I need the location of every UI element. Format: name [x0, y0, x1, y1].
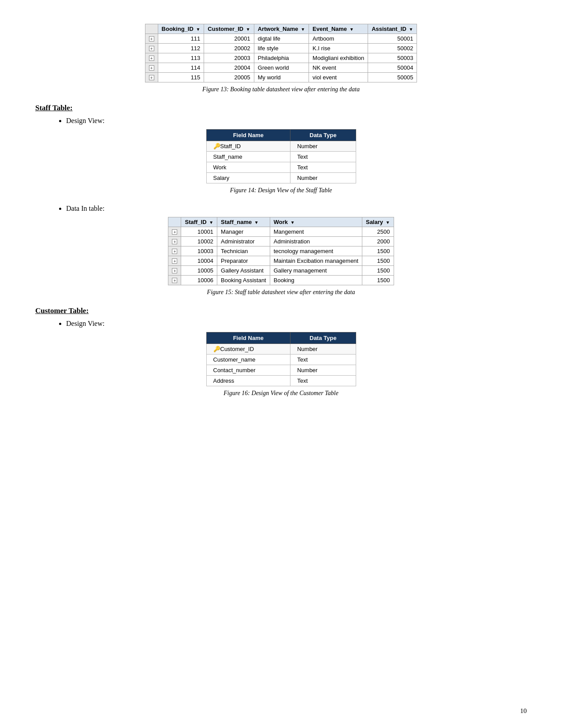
staff-expand-cell[interactable]: +: [168, 246, 181, 256]
customer-id-sort-icon[interactable]: ▼: [246, 27, 250, 32]
staff-name-cell: Technician: [217, 246, 270, 256]
staff-id-cell: 10002: [181, 237, 217, 246]
salary-sort-icon[interactable]: ▼: [386, 220, 390, 225]
customer-design-row: Customer_name Text: [206, 355, 356, 365]
staff-data-table-wrapper: Staff_ID ▼ Staff_name ▼ Work ▼ Salary ▼ …: [35, 217, 527, 285]
staff-id-cell: 10001: [181, 227, 217, 237]
artwork-name-cell: Philadelphia: [254, 53, 309, 63]
staff-data-bullet: Data In table:: [66, 205, 527, 213]
salary-header[interactable]: Salary ▼: [362, 217, 394, 227]
assistant-id-cell: 50005: [368, 73, 417, 82]
artwork-name-cell: digtal life: [254, 34, 309, 44]
customer-design-table-wrapper: Field Name Data Type 🔑Customer_ID Number…: [35, 332, 527, 386]
booking-expand-cell[interactable]: +: [145, 44, 158, 53]
staff-field-name-cell: 🔑Staff_ID: [206, 141, 290, 152]
booking-table-row: + 115 20005 My world viol event 50005: [145, 73, 417, 82]
staff-expand-cell[interactable]: +: [168, 266, 181, 276]
staff-expand-btn[interactable]: +: [172, 258, 177, 264]
customer-field-name-cell: Contact_number: [206, 365, 290, 376]
staff-design-view-label: Design View:: [66, 117, 104, 124]
staff-data-caption: Figure 15: Staff table datasheet view af…: [35, 289, 527, 296]
assistant-id-cell: 50002: [368, 44, 417, 53]
customer-design-view-label: Design View:: [66, 320, 104, 327]
booking-expand-cell[interactable]: +: [145, 73, 158, 82]
salary-cell: 1500: [362, 256, 394, 266]
staff-name-header[interactable]: Staff_name ▼: [217, 217, 270, 227]
key-icon: 🔑: [213, 346, 220, 352]
customer-field-name-header: Field Name: [206, 332, 290, 344]
customer-design-view-bullet: Design View:: [66, 320, 527, 328]
staff-data-row: + 10005 Gallery Assistant Gallery manage…: [168, 266, 394, 276]
artwork-name-cell: Green world: [254, 63, 309, 73]
booking-expand-btn[interactable]: +: [149, 65, 154, 71]
staff-id-cell: 10005: [181, 266, 217, 276]
staff-section-heading: Staff Table:: [35, 104, 527, 112]
booking-id-header[interactable]: Booking_ID ▼: [158, 24, 204, 34]
staff-design-row: Salary Number: [206, 173, 356, 183]
staff-expand-btn[interactable]: +: [172, 229, 177, 235]
event-name-header[interactable]: Event_Name ▼: [309, 24, 368, 34]
booking-table-row: + 114 20004 Green world NK event 50004: [145, 63, 417, 73]
booking-table: Booking_ID ▼ Customer_ID ▼ Artwork_Name …: [145, 24, 417, 82]
booking-expand-cell[interactable]: +: [145, 63, 158, 73]
staff-id-sort-icon[interactable]: ▼: [209, 220, 213, 225]
booking-expand-btn[interactable]: +: [149, 56, 154, 61]
staff-name-sort-icon[interactable]: ▼: [254, 220, 259, 225]
salary-cell: 1500: [362, 276, 394, 285]
staff-id-header[interactable]: Staff_ID ▼: [181, 217, 217, 227]
staff-id-cell: 10003: [181, 246, 217, 256]
customer-data-type-cell: Text: [290, 355, 356, 365]
staff-expand-btn[interactable]: +: [172, 249, 177, 254]
staff-data-row: + 10006 Booking Assistant Booking 1500: [168, 276, 394, 285]
booking-row-expand-header: [145, 24, 158, 34]
booking-expand-btn[interactable]: +: [149, 75, 154, 80]
work-header[interactable]: Work ▼: [270, 217, 362, 227]
staff-data-row: + 10001 Manager Mangement 2500: [168, 227, 394, 237]
staff-expand-cell[interactable]: +: [168, 227, 181, 237]
staff-data-type-cell: Text: [290, 152, 356, 162]
customer-data-type-cell: Text: [290, 376, 356, 386]
artwork-name-cell: My world: [254, 73, 309, 82]
booking-expand-btn[interactable]: +: [149, 36, 154, 41]
booking-id-cell: 114: [158, 63, 204, 73]
salary-cell: 2000: [362, 237, 394, 246]
artwork-name-sort-icon[interactable]: ▼: [301, 27, 305, 32]
booking-expand-btn[interactable]: +: [149, 46, 154, 51]
event-name-sort-icon[interactable]: ▼: [350, 27, 354, 32]
staff-field-name-header: Field Name: [206, 130, 290, 141]
customer-id-cell: 20005: [204, 73, 254, 82]
staff-data-row: + 10002 Administrator Administration 200…: [168, 237, 394, 246]
booking-expand-cell[interactable]: +: [145, 34, 158, 44]
assistant-id-sort-icon[interactable]: ▼: [409, 27, 413, 32]
customer-id-cell: 20003: [204, 53, 254, 63]
staff-expand-btn[interactable]: +: [172, 278, 177, 283]
customer-data-type-header: Data Type: [290, 332, 356, 344]
booking-expand-cell[interactable]: +: [145, 53, 158, 63]
staff-field-name-cell: Staff_name: [206, 152, 290, 162]
customer-id-cell: 20004: [204, 63, 254, 73]
assistant-id-header[interactable]: Assistant_ID ▼: [368, 24, 417, 34]
customer-field-name-cell: 🔑Customer_ID: [206, 344, 290, 355]
booking-id-cell: 115: [158, 73, 204, 82]
work-sort-icon[interactable]: ▼: [290, 220, 295, 225]
customer-field-name-cell: Address: [206, 376, 290, 386]
staff-expand-cell[interactable]: +: [168, 276, 181, 285]
artwork-name-header[interactable]: Artwork_Name ▼: [254, 24, 309, 34]
customer-data-type-cell: Number: [290, 365, 356, 376]
booking-table-caption: Figure 13: Booking table datasheet view …: [35, 86, 527, 93]
staff-expand-header: [168, 217, 181, 227]
event-name-cell: K.I rise: [309, 44, 368, 53]
staff-field-name-cell: Work: [206, 162, 290, 173]
staff-expand-cell[interactable]: +: [168, 237, 181, 246]
assistant-id-cell: 50004: [368, 63, 417, 73]
staff-design-view-bullet: Design View:: [66, 117, 527, 125]
staff-id-cell: 10004: [181, 256, 217, 266]
work-cell: Gallery management: [270, 266, 362, 276]
staff-design-caption: Figure 14: Design View of the Staff Tabl…: [35, 187, 527, 194]
customer-id-header[interactable]: Customer_ID ▼: [204, 24, 254, 34]
event-name-cell: viol event: [309, 73, 368, 82]
staff-expand-btn[interactable]: +: [172, 239, 177, 244]
booking-id-sort-icon[interactable]: ▼: [196, 27, 200, 32]
staff-expand-cell[interactable]: +: [168, 256, 181, 266]
staff-expand-btn[interactable]: +: [172, 268, 177, 273]
